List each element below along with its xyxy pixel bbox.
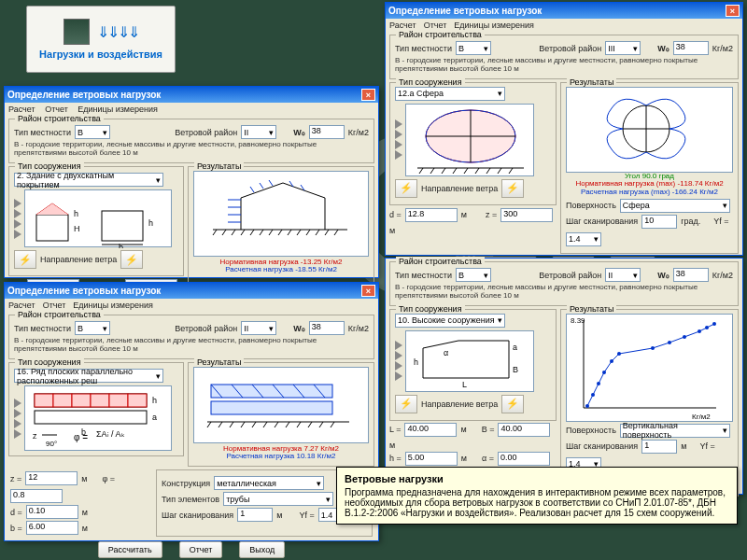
wind-right-button[interactable]: ⚡ — [120, 250, 143, 269]
svg-text:L: L — [462, 380, 467, 389]
svg-line-76 — [419, 168, 423, 174]
svg-line-83 — [498, 168, 501, 174]
windzone-select[interactable]: II — [241, 125, 276, 139]
struct-select[interactable]: 16. Ряд плоских параллельно расположенны… — [14, 369, 163, 383]
svg-line-84 — [509, 168, 513, 174]
nav-icon[interactable] — [14, 209, 21, 218]
svg-line-69 — [319, 422, 323, 427]
svg-text:h: h — [152, 396, 157, 405]
window-title: Определение ветровых нагрузок — [7, 286, 161, 296]
result-pane — [193, 367, 369, 443]
window-title: Определение ветровых нагрузок — [7, 90, 161, 100]
struct-select[interactable]: 2. Здание с двухскатным покрытием — [14, 173, 163, 187]
svg-text:a: a — [513, 343, 517, 352]
svg-rect-35 — [35, 411, 147, 424]
svg-rect-50 — [211, 385, 332, 398]
calc-button[interactable]: Рассчитать — [98, 541, 162, 558]
svg-line-62 — [241, 422, 245, 427]
svg-text:B: B — [513, 365, 518, 374]
app-title: Нагрузки и воздействия — [39, 49, 162, 60]
svg-text:ΣAᵢ / Aₖ: ΣAᵢ / Aₖ — [96, 429, 125, 439]
report-button[interactable]: Отчет — [179, 541, 223, 558]
svg-line-61 — [230, 422, 233, 427]
svg-point-107 — [712, 322, 716, 326]
svg-line-16 — [269, 180, 273, 186]
svg-rect-40 — [109, 394, 128, 407]
svg-line-63 — [252, 422, 256, 427]
close-icon[interactable]: × — [726, 5, 740, 17]
svg-line-27 — [278, 230, 282, 235]
svg-line-14 — [250, 187, 254, 192]
svg-text:z: z — [33, 431, 37, 441]
svg-rect-0 — [36, 215, 68, 241]
svg-point-97 — [591, 393, 595, 397]
svg-line-80 — [464, 168, 468, 174]
svg-line-33 — [334, 230, 338, 235]
svg-text:h: h — [74, 209, 78, 218]
svg-line-81 — [475, 168, 479, 174]
svg-point-99 — [602, 371, 606, 374]
svg-line-22 — [232, 230, 235, 235]
terrain-select[interactable]: B — [75, 125, 110, 139]
svg-marker-3 — [36, 203, 68, 215]
chart-pane: 8.39 Кг/м2 — [566, 314, 733, 422]
svg-point-106 — [705, 326, 709, 329]
help-tooltip: Ветровые нагрузки Программа предназначен… — [336, 467, 738, 525]
svg-point-96 — [585, 404, 589, 408]
svg-line-26 — [269, 230, 273, 235]
svg-line-64 — [263, 422, 267, 427]
svg-line-82 — [486, 168, 490, 174]
svg-text:H: H — [74, 224, 80, 233]
svg-line-25 — [260, 230, 263, 235]
svg-line-24 — [250, 230, 254, 235]
svg-line-67 — [297, 422, 301, 427]
app-badge: ⇓⇓⇓⇓ Нагрузки и воздействия — [26, 6, 176, 73]
svg-point-100 — [610, 359, 613, 363]
nav-icon[interactable] — [14, 199, 21, 208]
svg-rect-6 — [102, 211, 143, 241]
svg-point-104 — [683, 335, 686, 339]
w0-input[interactable]: 38 — [309, 125, 345, 139]
wind-left-button[interactable]: ⚡ — [14, 250, 36, 269]
close-icon[interactable]: × — [361, 285, 375, 297]
svg-line-31 — [316, 230, 319, 235]
svg-line-78 — [442, 168, 445, 174]
nav-icon[interactable] — [14, 219, 21, 229]
svg-line-79 — [453, 168, 457, 174]
svg-line-23 — [241, 230, 245, 235]
svg-line-29 — [297, 230, 301, 235]
svg-text:a: a — [152, 413, 157, 422]
svg-point-98 — [597, 382, 600, 385]
result-pane — [193, 171, 369, 257]
svg-text:Кг/м2: Кг/м2 — [692, 413, 711, 421]
close-icon[interactable]: × — [361, 89, 375, 101]
svg-line-68 — [308, 422, 312, 427]
svg-rect-37 — [53, 394, 72, 407]
svg-point-102 — [651, 346, 655, 350]
menu-report[interactable]: Отчет — [45, 105, 68, 114]
app-logo — [63, 19, 90, 45]
svg-rect-38 — [72, 394, 91, 407]
svg-line-30 — [306, 230, 310, 235]
svg-line-20 — [213, 230, 217, 235]
svg-line-77 — [430, 168, 434, 174]
schematic-pane: ha b z 90° φ = ΣAᵢ / Aₖ — [24, 385, 172, 451]
window-title: Определение ветровых нагрузок — [388, 6, 542, 16]
svg-line-59 — [207, 422, 211, 427]
svg-text:h: h — [414, 357, 418, 367]
svg-point-105 — [698, 329, 701, 333]
svg-point-103 — [668, 341, 671, 344]
svg-text:b: b — [119, 243, 123, 248]
svg-line-70 — [331, 422, 334, 427]
menu-calc[interactable]: Расчет — [8, 105, 35, 114]
svg-line-21 — [222, 230, 226, 235]
svg-rect-51 — [211, 401, 332, 414]
exit-button[interactable]: Выход — [239, 541, 285, 558]
svg-line-60 — [218, 422, 222, 427]
menu-units[interactable]: Единицы измерения — [78, 105, 158, 114]
arrows-icon: ⇓⇓⇓⇓ — [97, 23, 138, 41]
svg-text:90°: 90° — [46, 440, 57, 448]
svg-line-28 — [288, 230, 291, 235]
svg-line-65 — [275, 422, 278, 427]
nav-icon[interactable] — [14, 230, 21, 239]
